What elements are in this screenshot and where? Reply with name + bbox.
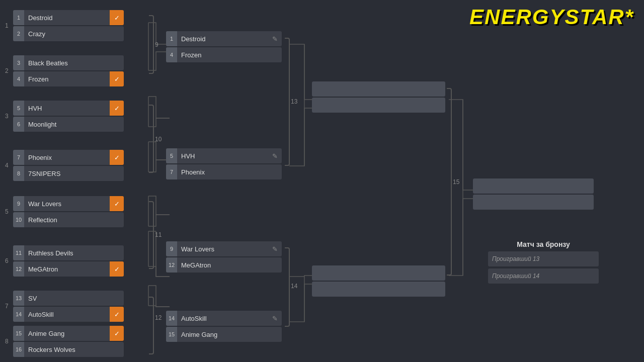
r3-team-slot — [312, 282, 445, 297]
team-slot: 16 Rockers Wolves — [13, 342, 124, 357]
r4-team-slot — [473, 195, 594, 210]
winner-check: ✓ — [110, 196, 124, 211]
match-num-9: 9 — [155, 41, 158, 48]
team-name: Ruthless Devils — [24, 249, 124, 257]
team-seed: 9 — [166, 241, 177, 256]
team-name: Frozen — [24, 75, 110, 83]
team-name: Moonlight — [24, 121, 124, 128]
group-label-3: 3 — [5, 113, 11, 120]
team-name: Phoenix — [24, 154, 110, 161]
winner-check: ✓ — [110, 10, 124, 25]
team-name: AutoSkill — [24, 311, 110, 318]
bronze-slot-2: Проигравший 14 — [488, 268, 599, 284]
team-name: Destroid — [24, 14, 110, 22]
team-seed: 2 — [13, 26, 24, 41]
team-name: Destroid — [177, 35, 268, 43]
team-seed: 7 — [166, 164, 177, 179]
edit-icon[interactable]: ✎ — [268, 311, 282, 326]
match-num-12: 12 — [155, 314, 162, 321]
bronze-section: Матч за бронзу Проигравший 13 Проигравши… — [488, 240, 599, 285]
team-name: SV — [24, 295, 124, 302]
bronze-loser-2: Проигравший 14 — [492, 273, 539, 280]
team-seed: 7 — [13, 150, 24, 165]
team-slot: 2 Crazy — [13, 26, 124, 41]
team-name: MeGAtron — [177, 261, 282, 269]
team-slot: 5 HVH ✓ — [13, 101, 124, 116]
team-name: Phoenix — [177, 168, 282, 176]
group-label-1: 1 — [5, 22, 11, 29]
team-seed: 15 — [13, 326, 24, 341]
match-num-15: 15 — [453, 178, 459, 186]
team-slot: 14 AutoSkill ✓ — [13, 307, 124, 322]
team-seed: 13 — [13, 291, 24, 306]
group-label-2: 2 — [5, 67, 11, 74]
r2-team-slot: 7 Phoenix — [166, 164, 282, 179]
r2-team-slot: 5 HVH ✎ — [166, 148, 282, 163]
team-seed: 15 — [166, 327, 177, 342]
r2-team-slot: 14 AutoSkill ✎ — [166, 311, 282, 326]
team-slot: 4 Frozen ✓ — [13, 71, 124, 86]
team-seed: 14 — [13, 307, 24, 322]
team-name: Rockers Wolves — [24, 346, 124, 353]
bronze-slot-1: Проигравший 13 — [488, 251, 599, 266]
r3-team-slot — [312, 265, 445, 281]
team-slot: 7 Phoenix ✓ — [13, 150, 124, 165]
team-seed: 5 — [166, 148, 177, 163]
team-seed: 5 — [13, 101, 24, 116]
winner-check: ✓ — [110, 307, 124, 322]
bronze-title: Матч за бронзу — [488, 240, 599, 248]
team-name: War Lovers — [24, 200, 110, 208]
team-name: MeGAtron — [24, 265, 110, 273]
team-slot: 9 War Lovers ✓ — [13, 196, 124, 211]
team-name: Crazy — [24, 30, 124, 38]
team-slot: 8 7SNIPERS — [13, 166, 124, 181]
team-name: Frozen — [177, 51, 282, 59]
winner-check: ✓ — [110, 71, 124, 86]
r4-team-slot — [473, 178, 594, 194]
group-label-4: 4 — [5, 162, 11, 169]
team-slot: 10 Reflection — [13, 212, 124, 227]
r2-team-slot: 1 Destroid ✎ — [166, 31, 282, 46]
team-slot: 13 SV — [13, 291, 124, 306]
group-label-7: 7 — [5, 303, 11, 310]
team-seed: 1 — [166, 31, 177, 46]
team-seed: 4 — [13, 71, 24, 86]
team-seed: 10 — [13, 212, 24, 227]
team-slot: 1 Destroid ✓ — [13, 10, 124, 25]
bronze-loser-1: Проигравший 13 — [492, 255, 539, 262]
team-seed: 8 — [13, 166, 24, 181]
edit-icon[interactable]: ✎ — [268, 241, 282, 256]
r2-team-slot: 15 Anime Gang — [166, 327, 282, 342]
winner-check: ✓ — [110, 261, 124, 277]
team-name: 7SNIPERS — [24, 170, 124, 177]
team-slot: 15 Anime Gang ✓ — [13, 326, 124, 341]
winner-check: ✓ — [110, 101, 124, 116]
group-label-5: 5 — [5, 208, 11, 215]
team-seed: 14 — [166, 311, 177, 326]
match-num-14: 14 — [291, 283, 297, 290]
team-seed: 12 — [13, 261, 24, 277]
winner-check: ✓ — [110, 326, 124, 341]
r2-team-slot: 9 War Lovers ✎ — [166, 241, 282, 256]
team-seed: 3 — [13, 55, 24, 70]
winner-check: ✓ — [110, 150, 124, 165]
edit-icon[interactable]: ✎ — [268, 148, 282, 163]
team-name: Anime Gang — [24, 330, 110, 337]
logo-star: * — [625, 5, 634, 29]
match-num-11: 11 — [155, 231, 162, 238]
edit-icon[interactable]: ✎ — [268, 31, 282, 46]
r2-team-slot: 12 MeGAtron — [166, 257, 282, 273]
team-seed: 4 — [166, 47, 177, 62]
team-name: AutoSkill — [177, 315, 268, 322]
match-num-10: 10 — [155, 136, 162, 143]
team-seed: 9 — [13, 196, 24, 211]
team-name: Black Beatles — [24, 59, 124, 67]
r2-team-slot: 4 Frozen — [166, 47, 282, 62]
team-slot: 3 Black Beatles — [13, 55, 124, 70]
group-label-6: 6 — [5, 257, 11, 264]
logo: ENERGYSTAR* — [469, 5, 634, 29]
team-seed: 16 — [13, 342, 24, 357]
match-num-13: 13 — [291, 98, 297, 105]
logo-text: ENERGYSTAR — [469, 5, 625, 29]
team-seed: 12 — [166, 257, 177, 273]
